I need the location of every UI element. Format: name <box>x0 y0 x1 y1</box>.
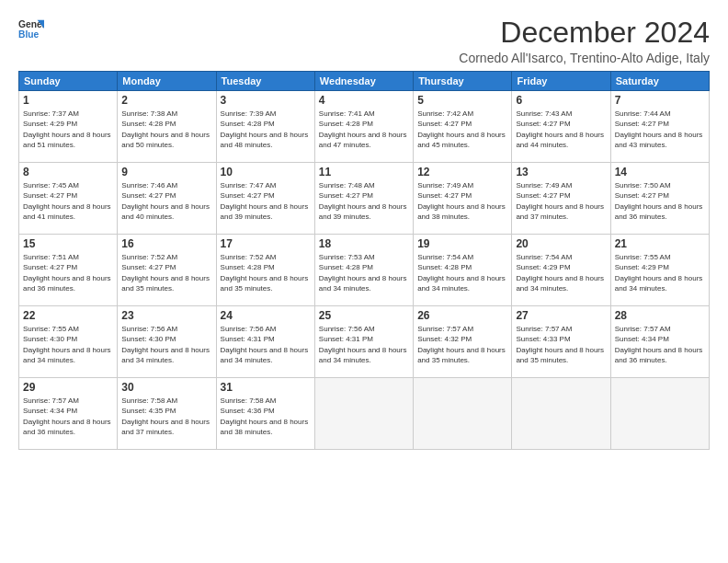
table-row: 20 Sunrise: 7:54 AM Sunset: 4:29 PM Dayl… <box>512 235 610 306</box>
day-number: 11 <box>319 166 409 178</box>
day-info: Sunrise: 7:38 AM Sunset: 4:28 PM Dayligh… <box>121 109 211 150</box>
table-row: 14 Sunrise: 7:50 AM Sunset: 4:27 PM Dayl… <box>610 163 709 235</box>
day-info: Sunrise: 7:43 AM Sunset: 4:27 PM Dayligh… <box>516 109 606 150</box>
title-area: December 2024 Cornedo All'Isarco, Trenti… <box>459 17 710 65</box>
calendar-row-3: 22 Sunrise: 7:55 AM Sunset: 4:30 PM Dayl… <box>19 306 710 378</box>
table-row: 3 Sunrise: 7:39 AM Sunset: 4:28 PM Dayli… <box>216 91 314 163</box>
table-row: 9 Sunrise: 7:46 AM Sunset: 4:27 PM Dayli… <box>118 163 216 235</box>
day-info: Sunrise: 7:50 AM Sunset: 4:27 PM Dayligh… <box>615 180 705 222</box>
table-row: 26 Sunrise: 7:57 AM Sunset: 4:32 PM Dayl… <box>414 306 512 378</box>
day-number: 23 <box>121 309 211 322</box>
day-info: Sunrise: 7:54 AM Sunset: 4:28 PM Dayligh… <box>417 252 507 293</box>
table-row: 25 Sunrise: 7:56 AM Sunset: 4:31 PM Dayl… <box>314 306 413 378</box>
col-saturday: Saturday <box>610 72 709 91</box>
day-info: Sunrise: 7:56 AM Sunset: 4:31 PM Dayligh… <box>221 324 311 365</box>
header-row: Sunday Monday Tuesday Wednesday Thursday… <box>19 72 710 91</box>
table-row: 16 Sunrise: 7:52 AM Sunset: 4:27 PM Dayl… <box>118 235 216 306</box>
day-info: Sunrise: 7:39 AM Sunset: 4:28 PM Dayligh… <box>221 109 311 150</box>
day-number: 10 <box>221 166 311 178</box>
day-info: Sunrise: 7:56 AM Sunset: 4:30 PM Dayligh… <box>121 324 211 365</box>
day-info: Sunrise: 7:52 AM Sunset: 4:28 PM Dayligh… <box>221 252 311 293</box>
table-row <box>414 378 512 450</box>
table-row: 22 Sunrise: 7:55 AM Sunset: 4:30 PM Dayl… <box>19 306 118 378</box>
calendar-row-2: 15 Sunrise: 7:51 AM Sunset: 4:27 PM Dayl… <box>19 235 710 306</box>
col-wednesday: Wednesday <box>314 72 413 91</box>
day-info: Sunrise: 7:57 AM Sunset: 4:34 PM Dayligh… <box>615 324 705 365</box>
day-info: Sunrise: 7:41 AM Sunset: 4:28 PM Dayligh… <box>319 109 409 150</box>
day-number: 18 <box>319 237 409 250</box>
day-number: 20 <box>516 237 606 250</box>
table-row: 19 Sunrise: 7:54 AM Sunset: 4:28 PM Dayl… <box>414 235 512 306</box>
col-sunday: Sunday <box>19 72 118 91</box>
calendar-row-0: 1 Sunrise: 7:37 AM Sunset: 4:29 PM Dayli… <box>19 91 710 163</box>
day-number: 2 <box>121 94 211 107</box>
table-row: 23 Sunrise: 7:56 AM Sunset: 4:30 PM Dayl… <box>118 306 216 378</box>
day-number: 16 <box>121 237 211 250</box>
day-number: 9 <box>121 166 211 178</box>
table-row: 4 Sunrise: 7:41 AM Sunset: 4:28 PM Dayli… <box>314 91 413 163</box>
day-info: Sunrise: 7:49 AM Sunset: 4:27 PM Dayligh… <box>417 180 507 222</box>
day-info: Sunrise: 7:48 AM Sunset: 4:27 PM Dayligh… <box>319 180 409 222</box>
col-thursday: Thursday <box>414 72 512 91</box>
day-number: 19 <box>417 237 507 250</box>
day-number: 29 <box>23 381 113 394</box>
table-row: 5 Sunrise: 7:42 AM Sunset: 4:27 PM Dayli… <box>414 91 512 163</box>
day-info: Sunrise: 7:57 AM Sunset: 4:33 PM Dayligh… <box>516 324 606 365</box>
day-number: 3 <box>221 94 311 107</box>
day-number: 6 <box>516 94 606 107</box>
col-monday: Monday <box>118 72 216 91</box>
day-number: 24 <box>221 309 311 322</box>
day-info: Sunrise: 7:57 AM Sunset: 4:34 PM Dayligh… <box>23 396 113 437</box>
table-row: 18 Sunrise: 7:53 AM Sunset: 4:28 PM Dayl… <box>314 235 413 306</box>
day-info: Sunrise: 7:55 AM Sunset: 4:29 PM Dayligh… <box>615 252 705 293</box>
day-number: 15 <box>23 237 113 250</box>
day-info: Sunrise: 7:47 AM Sunset: 4:27 PM Dayligh… <box>221 180 311 222</box>
day-info: Sunrise: 7:45 AM Sunset: 4:27 PM Dayligh… <box>23 180 113 222</box>
day-number: 25 <box>319 309 409 322</box>
table-row <box>610 378 709 450</box>
day-number: 1 <box>23 94 113 107</box>
day-info: Sunrise: 7:58 AM Sunset: 4:35 PM Dayligh… <box>121 396 211 437</box>
day-info: Sunrise: 7:42 AM Sunset: 4:27 PM Dayligh… <box>417 109 507 150</box>
col-friday: Friday <box>512 72 610 91</box>
table-row: 10 Sunrise: 7:47 AM Sunset: 4:27 PM Dayl… <box>216 163 314 235</box>
day-number: 30 <box>121 381 211 394</box>
day-info: Sunrise: 7:44 AM Sunset: 4:27 PM Dayligh… <box>615 109 705 150</box>
day-number: 7 <box>615 94 705 107</box>
table-row: 12 Sunrise: 7:49 AM Sunset: 4:27 PM Dayl… <box>414 163 512 235</box>
table-row <box>314 378 413 450</box>
calendar-row-4: 29 Sunrise: 7:57 AM Sunset: 4:34 PM Dayl… <box>19 378 710 450</box>
day-number: 14 <box>615 166 705 178</box>
day-info: Sunrise: 7:51 AM Sunset: 4:27 PM Dayligh… <box>23 252 113 293</box>
svg-text:Blue: Blue <box>18 29 40 40</box>
table-row: 21 Sunrise: 7:55 AM Sunset: 4:29 PM Dayl… <box>610 235 709 306</box>
page: General Blue December 2024 Cornedo All'I… <box>0 0 728 563</box>
day-number: 26 <box>417 309 507 322</box>
table-row: 11 Sunrise: 7:48 AM Sunset: 4:27 PM Dayl… <box>314 163 413 235</box>
day-info: Sunrise: 7:56 AM Sunset: 4:31 PM Dayligh… <box>319 324 409 365</box>
table-row: 24 Sunrise: 7:56 AM Sunset: 4:31 PM Dayl… <box>216 306 314 378</box>
day-number: 13 <box>516 166 606 178</box>
day-number: 28 <box>615 309 705 322</box>
header: General Blue December 2024 Cornedo All'I… <box>18 17 710 65</box>
table-row: 13 Sunrise: 7:49 AM Sunset: 4:27 PM Dayl… <box>512 163 610 235</box>
day-info: Sunrise: 7:57 AM Sunset: 4:32 PM Dayligh… <box>417 324 507 365</box>
table-row: 6 Sunrise: 7:43 AM Sunset: 4:27 PM Dayli… <box>512 91 610 163</box>
table-row: 15 Sunrise: 7:51 AM Sunset: 4:27 PM Dayl… <box>19 235 118 306</box>
table-row: 28 Sunrise: 7:57 AM Sunset: 4:34 PM Dayl… <box>610 306 709 378</box>
table-row: 30 Sunrise: 7:58 AM Sunset: 4:35 PM Dayl… <box>118 378 216 450</box>
day-info: Sunrise: 7:37 AM Sunset: 4:29 PM Dayligh… <box>23 109 113 150</box>
month-title: December 2024 <box>459 17 710 49</box>
day-info: Sunrise: 7:54 AM Sunset: 4:29 PM Dayligh… <box>516 252 606 293</box>
day-info: Sunrise: 7:46 AM Sunset: 4:27 PM Dayligh… <box>121 180 211 222</box>
day-info: Sunrise: 7:58 AM Sunset: 4:36 PM Dayligh… <box>221 396 311 437</box>
table-row: 7 Sunrise: 7:44 AM Sunset: 4:27 PM Dayli… <box>610 91 709 163</box>
day-number: 31 <box>221 381 311 394</box>
day-info: Sunrise: 7:53 AM Sunset: 4:28 PM Dayligh… <box>319 252 409 293</box>
logo-icon: General Blue <box>18 17 44 42</box>
calendar-table: Sunday Monday Tuesday Wednesday Thursday… <box>18 71 710 450</box>
calendar-row-1: 8 Sunrise: 7:45 AM Sunset: 4:27 PM Dayli… <box>19 163 710 235</box>
day-number: 27 <box>516 309 606 322</box>
table-row <box>512 378 610 450</box>
day-info: Sunrise: 7:55 AM Sunset: 4:30 PM Dayligh… <box>23 324 113 365</box>
